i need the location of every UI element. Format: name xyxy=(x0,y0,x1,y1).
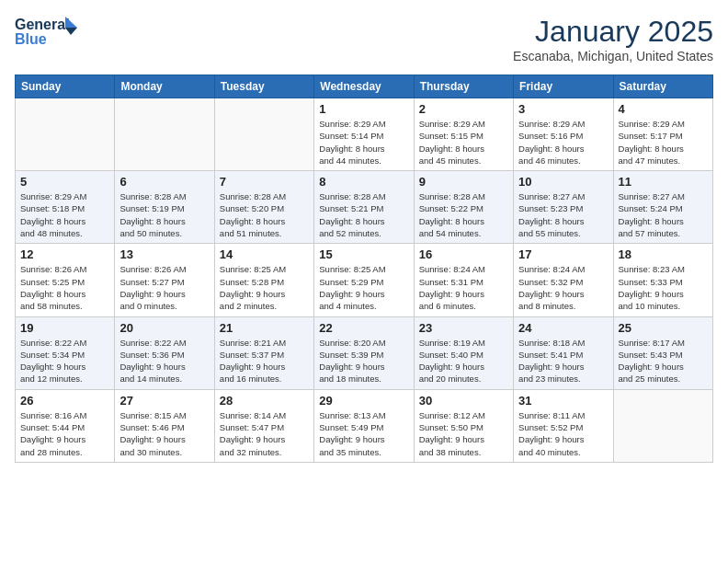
calendar-day-cell: 5Sunrise: 8:29 AM Sunset: 5:18 PM Daylig… xyxy=(16,171,115,244)
calendar-day-cell: 22Sunrise: 8:20 AM Sunset: 5:39 PM Dayli… xyxy=(314,316,414,389)
day-info: Sunrise: 8:29 AM Sunset: 5:14 PM Dayligh… xyxy=(319,118,408,167)
day-info: Sunrise: 8:19 AM Sunset: 5:40 PM Dayligh… xyxy=(419,337,508,385)
weekday-header-friday: Friday xyxy=(514,75,613,98)
day-number: 26 xyxy=(20,394,109,408)
day-info: Sunrise: 8:22 AM Sunset: 5:36 PM Dayligh… xyxy=(119,337,209,385)
day-info: Sunrise: 8:28 AM Sunset: 5:22 PM Dayligh… xyxy=(419,190,508,239)
calendar-day-cell: 11Sunrise: 8:27 AM Sunset: 5:24 PM Dayli… xyxy=(613,171,712,244)
weekday-header-row: SundayMondayTuesdayWednesdayThursdayFrid… xyxy=(16,75,713,98)
day-info: Sunrise: 8:28 AM Sunset: 5:20 PM Dayligh… xyxy=(220,190,309,239)
day-number: 24 xyxy=(518,321,608,335)
calendar: SundayMondayTuesdayWednesdayThursdayFrid… xyxy=(15,75,713,463)
calendar-day-cell: 24Sunrise: 8:18 AM Sunset: 5:41 PM Dayli… xyxy=(514,316,613,389)
day-number: 8 xyxy=(319,175,408,189)
day-info: Sunrise: 8:29 AM Sunset: 5:18 PM Dayligh… xyxy=(20,190,109,239)
day-number: 29 xyxy=(319,394,408,408)
day-number: 17 xyxy=(518,247,608,261)
calendar-day-cell: 6Sunrise: 8:28 AM Sunset: 5:19 PM Daylig… xyxy=(115,171,214,244)
day-info: Sunrise: 8:28 AM Sunset: 5:19 PM Dayligh… xyxy=(119,190,209,239)
weekday-header-saturday: Saturday xyxy=(613,75,712,98)
day-info: Sunrise: 8:22 AM Sunset: 5:34 PM Dayligh… xyxy=(20,337,109,385)
svg-text:Blue: Blue xyxy=(15,31,47,47)
page-header: GeneralBlue January 2025 Escanaba, Michi… xyxy=(15,15,713,63)
day-info: Sunrise: 8:29 AM Sunset: 5:16 PM Dayligh… xyxy=(518,118,608,167)
day-number: 23 xyxy=(419,321,508,335)
day-number: 1 xyxy=(319,102,408,116)
calendar-week-row: 1Sunrise: 8:29 AM Sunset: 5:14 PM Daylig… xyxy=(16,98,713,171)
day-number: 22 xyxy=(319,321,408,335)
day-info: Sunrise: 8:24 AM Sunset: 5:31 PM Dayligh… xyxy=(419,263,508,312)
logo: GeneralBlue xyxy=(15,15,79,48)
day-number: 18 xyxy=(619,247,708,261)
day-number: 25 xyxy=(619,321,708,335)
calendar-day-cell xyxy=(613,389,712,462)
day-info: Sunrise: 8:20 AM Sunset: 5:39 PM Dayligh… xyxy=(319,337,408,385)
calendar-day-cell: 19Sunrise: 8:22 AM Sunset: 5:34 PM Dayli… xyxy=(16,316,115,389)
calendar-day-cell: 30Sunrise: 8:12 AM Sunset: 5:50 PM Dayli… xyxy=(414,389,513,462)
calendar-day-cell: 15Sunrise: 8:25 AM Sunset: 5:29 PM Dayli… xyxy=(314,244,414,316)
calendar-week-row: 19Sunrise: 8:22 AM Sunset: 5:34 PM Dayli… xyxy=(16,316,713,389)
calendar-day-cell: 13Sunrise: 8:26 AM Sunset: 5:27 PM Dayli… xyxy=(115,244,214,316)
day-number: 11 xyxy=(619,175,708,189)
day-number: 15 xyxy=(319,247,408,261)
day-info: Sunrise: 8:14 AM Sunset: 5:47 PM Dayligh… xyxy=(220,409,309,458)
day-info: Sunrise: 8:26 AM Sunset: 5:27 PM Dayligh… xyxy=(119,263,209,312)
day-info: Sunrise: 8:12 AM Sunset: 5:50 PM Dayligh… xyxy=(419,409,508,458)
calendar-day-cell: 25Sunrise: 8:17 AM Sunset: 5:43 PM Dayli… xyxy=(613,316,712,389)
day-number: 21 xyxy=(220,321,309,335)
day-number: 13 xyxy=(119,247,209,261)
day-number: 16 xyxy=(419,247,508,261)
logo-svg: GeneralBlue xyxy=(15,15,79,48)
calendar-day-cell: 2Sunrise: 8:29 AM Sunset: 5:15 PM Daylig… xyxy=(414,98,513,171)
svg-marker-2 xyxy=(65,17,77,28)
day-info: Sunrise: 8:29 AM Sunset: 5:15 PM Dayligh… xyxy=(419,118,508,167)
day-number: 30 xyxy=(419,394,508,408)
calendar-day-cell: 9Sunrise: 8:28 AM Sunset: 5:22 PM Daylig… xyxy=(414,171,513,244)
day-number: 27 xyxy=(119,394,209,408)
calendar-day-cell: 18Sunrise: 8:23 AM Sunset: 5:33 PM Dayli… xyxy=(613,244,712,316)
weekday-header-monday: Monday xyxy=(115,75,214,98)
weekday-header-wednesday: Wednesday xyxy=(314,75,414,98)
day-info: Sunrise: 8:13 AM Sunset: 5:49 PM Dayligh… xyxy=(319,409,408,458)
day-info: Sunrise: 8:11 AM Sunset: 5:52 PM Dayligh… xyxy=(518,409,608,458)
calendar-day-cell: 7Sunrise: 8:28 AM Sunset: 5:20 PM Daylig… xyxy=(214,171,313,244)
day-number: 3 xyxy=(518,102,608,116)
day-number: 31 xyxy=(518,394,608,408)
day-number: 6 xyxy=(119,175,209,189)
day-info: Sunrise: 8:15 AM Sunset: 5:46 PM Dayligh… xyxy=(119,409,209,458)
calendar-week-row: 26Sunrise: 8:16 AM Sunset: 5:44 PM Dayli… xyxy=(16,389,713,462)
day-info: Sunrise: 8:24 AM Sunset: 5:32 PM Dayligh… xyxy=(518,263,608,312)
day-info: Sunrise: 8:27 AM Sunset: 5:23 PM Dayligh… xyxy=(518,190,608,239)
day-number: 12 xyxy=(20,247,109,261)
calendar-day-cell xyxy=(214,98,313,171)
month-title: January 2025 xyxy=(513,15,713,49)
day-info: Sunrise: 8:18 AM Sunset: 5:41 PM Dayligh… xyxy=(518,337,608,385)
calendar-day-cell: 20Sunrise: 8:22 AM Sunset: 5:36 PM Dayli… xyxy=(115,316,214,389)
day-number: 7 xyxy=(220,175,309,189)
day-number: 19 xyxy=(20,321,109,335)
calendar-day-cell xyxy=(115,98,214,171)
calendar-day-cell: 31Sunrise: 8:11 AM Sunset: 5:52 PM Dayli… xyxy=(514,389,613,462)
calendar-day-cell: 23Sunrise: 8:19 AM Sunset: 5:40 PM Dayli… xyxy=(414,316,513,389)
svg-text:General: General xyxy=(15,17,70,32)
day-info: Sunrise: 8:25 AM Sunset: 5:28 PM Dayligh… xyxy=(220,263,309,312)
day-info: Sunrise: 8:23 AM Sunset: 5:33 PM Dayligh… xyxy=(619,263,708,312)
title-block: January 2025 Escanaba, Michigan, United … xyxy=(513,15,713,63)
day-number: 28 xyxy=(220,394,309,408)
day-number: 4 xyxy=(619,102,708,116)
day-info: Sunrise: 8:26 AM Sunset: 5:25 PM Dayligh… xyxy=(20,263,109,312)
weekday-header-tuesday: Tuesday xyxy=(214,75,313,98)
calendar-day-cell: 17Sunrise: 8:24 AM Sunset: 5:32 PM Dayli… xyxy=(514,244,613,316)
weekday-header-thursday: Thursday xyxy=(414,75,513,98)
calendar-day-cell: 29Sunrise: 8:13 AM Sunset: 5:49 PM Dayli… xyxy=(314,389,414,462)
calendar-day-cell: 10Sunrise: 8:27 AM Sunset: 5:23 PM Dayli… xyxy=(514,171,613,244)
calendar-day-cell: 21Sunrise: 8:21 AM Sunset: 5:37 PM Dayli… xyxy=(214,316,313,389)
day-info: Sunrise: 8:16 AM Sunset: 5:44 PM Dayligh… xyxy=(20,409,109,458)
calendar-week-row: 5Sunrise: 8:29 AM Sunset: 5:18 PM Daylig… xyxy=(16,171,713,244)
calendar-day-cell: 1Sunrise: 8:29 AM Sunset: 5:14 PM Daylig… xyxy=(314,98,414,171)
calendar-week-row: 12Sunrise: 8:26 AM Sunset: 5:25 PM Dayli… xyxy=(16,244,713,316)
day-number: 10 xyxy=(518,175,608,189)
day-number: 14 xyxy=(220,247,309,261)
calendar-day-cell: 28Sunrise: 8:14 AM Sunset: 5:47 PM Dayli… xyxy=(214,389,313,462)
day-number: 2 xyxy=(419,102,508,116)
